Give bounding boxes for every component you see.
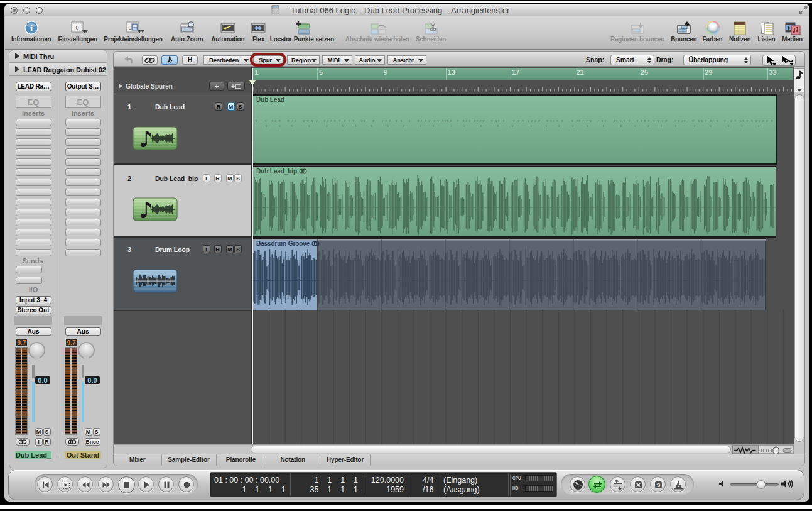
svg-text:0: 0	[128, 25, 131, 31]
svg-text:S: S	[656, 481, 660, 488]
svg-text:0: 0	[75, 25, 78, 31]
svg-text:i: i	[30, 23, 33, 33]
